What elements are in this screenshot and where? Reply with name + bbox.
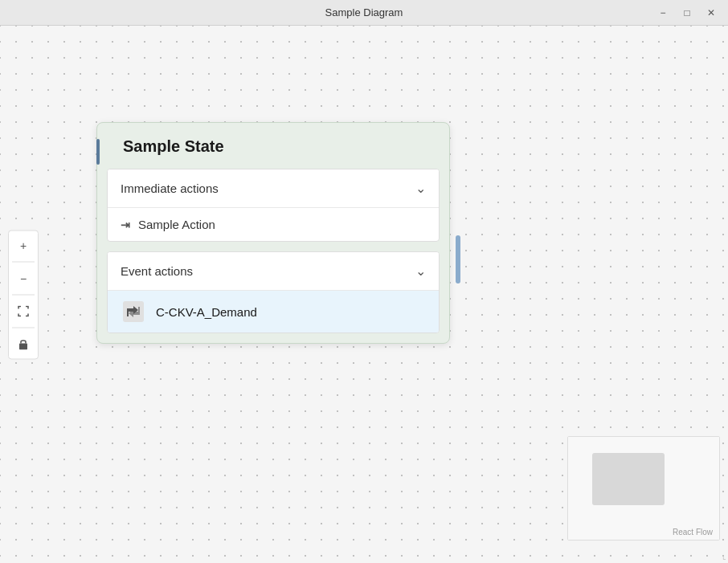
event-actions-section: Event actions ⌄ C-CKV-A_Demand: [107, 251, 440, 333]
maximize-button[interactable]: □: [677, 5, 697, 21]
immediate-actions-chevron-icon: ⌄: [415, 181, 426, 196]
toolbar-divider-2: [12, 294, 35, 295]
zoom-out-button[interactable]: −: [12, 267, 35, 289]
minimap: React Flow: [567, 436, 720, 541]
state-indicator: [96, 139, 100, 165]
event-actions-chevron-icon: ⌄: [415, 263, 426, 279]
node-scrollbar[interactable]: [456, 235, 460, 284]
left-toolbar: + −: [8, 230, 39, 359]
reactflow-attribution: React Flow: [673, 528, 713, 536]
event-actions-label: Event actions: [121, 264, 193, 278]
sample-action-item: ⇥ Sample Action: [108, 208, 439, 241]
state-node: Sample State Immediate actions ⌄ ⇥ Sampl…: [96, 122, 450, 344]
svg-rect-1: [19, 343, 27, 349]
window-controls: − □ ✕: [652, 5, 722, 21]
window-title: Sample Diagram: [325, 6, 403, 18]
fit-view-icon: [18, 305, 29, 316]
toolbar-divider-3: [12, 327, 35, 328]
event-action-label: C-CKV-A_Demand: [156, 305, 257, 319]
title-bar: Sample Diagram − □ ✕: [0, 0, 728, 26]
event-transition-icon: [122, 300, 145, 323]
state-node-header: Sample State: [97, 123, 449, 169]
state-title: Sample State: [113, 137, 224, 156]
toolbar-divider: [12, 261, 35, 262]
minimize-button[interactable]: −: [652, 5, 673, 21]
minimap-inner: [568, 437, 719, 540]
action-arrow-icon: ⇥: [121, 218, 130, 231]
minimap-node-preview: [592, 453, 665, 505]
zoom-in-button[interactable]: +: [12, 234, 35, 256]
lock-icon: [18, 338, 28, 349]
lock-button[interactable]: [12, 332, 35, 355]
event-icon-box: [121, 299, 146, 324]
close-button[interactable]: ✕: [701, 5, 722, 21]
diagram-canvas: Sample State Immediate actions ⌄ ⇥ Sampl…: [0, 26, 728, 563]
resize-handle[interactable]: ⌞: [717, 552, 726, 561]
immediate-actions-label: Immediate actions: [121, 182, 219, 195]
fit-view-button[interactable]: [12, 300, 35, 322]
immediate-actions-header[interactable]: Immediate actions ⌄: [108, 169, 439, 208]
event-actions-header[interactable]: Event actions ⌄: [108, 252, 439, 291]
immediate-actions-section: Immediate actions ⌄ ⇥ Sample Action: [107, 169, 440, 242]
event-action-item[interactable]: C-CKV-A_Demand: [108, 291, 439, 332]
sample-action-label: Sample Action: [138, 218, 215, 231]
